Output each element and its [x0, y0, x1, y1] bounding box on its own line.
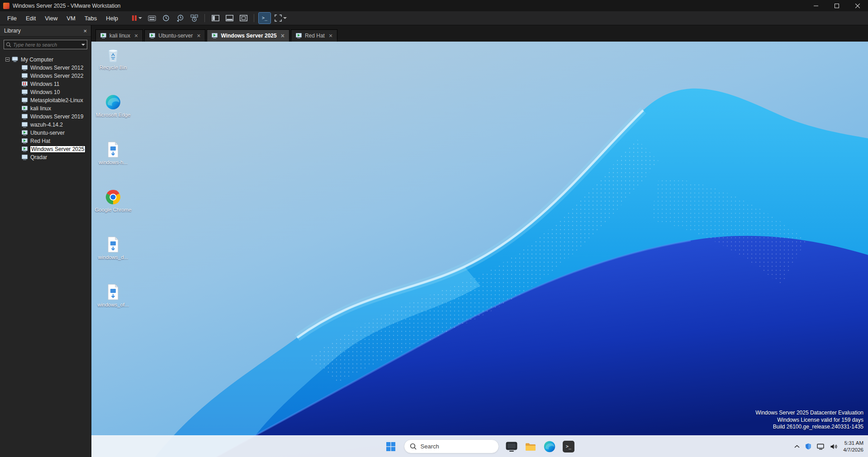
vm-icon — [22, 90, 28, 95]
sidebar-item-red-hat[interactable]: Red Hat — [0, 137, 91, 145]
tab-ubuntu-server[interactable]: Ubuntu-server — [144, 29, 205, 42]
sidebar-item-kali-linux[interactable]: kali linux — [0, 104, 91, 113]
vm-label: Metasploitable2-Linux — [30, 97, 83, 104]
desktop-icon-label: Microsoft Edge — [96, 112, 131, 118]
library-search-input[interactable] — [11, 42, 81, 47]
sidebar-item-windows-server-2019[interactable]: Windows Server 2019 — [0, 113, 91, 121]
desktop-icon-label: windows_d... — [98, 254, 128, 260]
vm-icon — [212, 33, 218, 38]
console-view-button[interactable] — [259, 13, 270, 24]
sidebar-item-windows-server-2022[interactable]: Windows Server 2022 — [0, 72, 91, 80]
document-icon — [104, 283, 122, 301]
desktop-icon-label: windows_of... — [97, 302, 129, 308]
tab-red-hat[interactable]: Red Hat — [291, 29, 337, 42]
vmware-app-icon — [3, 3, 9, 9]
minimize-button[interactable] — [806, 0, 826, 11]
taskbar-clock[interactable]: 5:31 AM 4/7/2026 — [843, 440, 863, 453]
vm-icon — [22, 106, 28, 111]
sidebar-item-windows-11[interactable]: Windows 11 — [0, 80, 91, 88]
show-thumbnail-bar-button[interactable] — [223, 13, 235, 24]
toolbar-separator — [204, 14, 205, 22]
tree-root-my-computer[interactable]: My Computer — [0, 55, 91, 64]
maximize-button[interactable] — [826, 0, 847, 11]
sidebar-item-metasploitable2-linux[interactable]: Metasploitable2-Linux — [0, 96, 91, 104]
window-title: Windows Server 2025 - VMware Workstation — [13, 3, 121, 9]
desktop-icon-microsoft-edge[interactable]: Microsoft Edge — [92, 94, 134, 130]
menu-help[interactable]: Help — [101, 13, 123, 24]
sidebar-item-windows-server-2025[interactable]: Windows Server 2025 — [0, 145, 91, 153]
security-shield-icon[interactable] — [805, 443, 811, 450]
show-library-button[interactable] — [209, 13, 221, 24]
menu-file[interactable]: File — [3, 13, 21, 24]
tab-label: Windows Server 2025 — [221, 33, 276, 39]
windows-logo-icon — [385, 441, 396, 452]
sidebar-item-windows-server-2012[interactable]: Windows Server 2012 — [0, 64, 91, 72]
tab-windows-server-2025[interactable]: Windows Server 2025 — [207, 29, 289, 42]
snapshot-manager-button[interactable] — [188, 13, 200, 24]
terminal-icon — [563, 441, 574, 452]
desktop-icon-windows-d-file[interactable]: windows_d... — [92, 236, 134, 272]
main-area: kali linux Ubuntu-server Windows Server … — [91, 25, 868, 457]
vm-label: Windows Server 2022 — [30, 73, 83, 79]
vm-icon — [22, 122, 28, 127]
search-icon — [6, 42, 11, 47]
clock-date: 4/7/2026 — [843, 447, 863, 453]
tab-kali-linux[interactable]: kali linux — [95, 29, 143, 42]
window-controls — [806, 0, 868, 11]
tree-root-label: My Computer — [21, 57, 53, 63]
vm-label: kali linux — [30, 105, 51, 112]
library-close-button[interactable] — [83, 28, 87, 34]
tab-close-icon[interactable] — [329, 33, 332, 39]
revert-snapshot-button[interactable] — [174, 13, 186, 24]
vmware-workstation-window: Windows Server 2025 - VMware Workstation… — [0, 0, 868, 457]
vm-label: Windows Server 2025 — [30, 146, 85, 152]
sidebar-item-ubuntu-server[interactable]: Ubuntu-server — [0, 129, 91, 137]
chevron-up-icon[interactable] — [794, 445, 800, 448]
take-snapshot-icon — [162, 14, 170, 22]
menu-vm[interactable]: VM — [62, 13, 80, 24]
desktop-icon-google-chrome[interactable]: Google Chrome — [92, 188, 134, 225]
menu-view[interactable]: View — [40, 13, 62, 24]
edge-icon — [104, 94, 122, 111]
volume-icon[interactable] — [830, 443, 838, 450]
menu-edit[interactable]: Edit — [21, 13, 40, 24]
tab-close-icon[interactable] — [197, 33, 200, 39]
vm-icon — [22, 155, 28, 160]
search-icon — [410, 443, 417, 450]
collapse-icon[interactable] — [5, 57, 9, 61]
close-button[interactable] — [847, 0, 868, 11]
desktop-icon-recycle-bin[interactable]: Recycle Bin — [92, 46, 134, 82]
menu-tabs[interactable]: Tabs — [80, 13, 101, 24]
tab-close-icon[interactable] — [134, 33, 138, 39]
desktop-icon-windows-h-file[interactable]: windows-h... — [92, 141, 134, 177]
power-button[interactable] — [130, 13, 144, 24]
desktop-icon-column: Recycle Bin — [92, 46, 134, 320]
vm-icon — [22, 73, 28, 79]
network-icon[interactable] — [817, 443, 825, 450]
start-button[interactable] — [385, 440, 397, 452]
fit-guest-button[interactable] — [237, 13, 249, 24]
search-dropdown-caret[interactable] — [81, 44, 85, 46]
sidebar-item-wazuh[interactable]: wazuh-4.14.2 — [0, 121, 91, 129]
terminal-button[interactable] — [563, 440, 575, 452]
tab-close-icon[interactable] — [281, 33, 285, 39]
fullscreen-button[interactable] — [273, 13, 289, 24]
taskbar-app-dark-window[interactable] — [506, 440, 518, 452]
take-snapshot-button[interactable] — [160, 13, 172, 24]
taskbar-search-box[interactable]: Search — [404, 439, 499, 453]
system-tray: 5:31 AM 4/7/2026 — [794, 436, 863, 457]
console-view-icon — [262, 16, 267, 20]
chevron-down-icon — [138, 17, 142, 19]
file-explorer-button[interactable] — [525, 440, 537, 452]
vm-icon — [296, 33, 302, 38]
desktop-icon-windows-of-file[interactable]: windows_of... — [92, 283, 134, 320]
send-ctrl-alt-del-button[interactable] — [146, 13, 158, 24]
vm-label: Ubuntu-server — [30, 130, 65, 136]
library-tree: My Computer Windows Server 2012 Windows … — [0, 51, 91, 457]
desktop-icon-label: Recycle Bin — [100, 65, 127, 71]
sidebar-item-windows-10[interactable]: Windows 10 — [0, 88, 91, 96]
dark-window-icon — [506, 441, 517, 452]
edge-taskbar-button[interactable] — [544, 440, 556, 452]
toolbar — [130, 13, 289, 24]
sidebar-item-qradar[interactable]: Qradar — [0, 153, 91, 161]
